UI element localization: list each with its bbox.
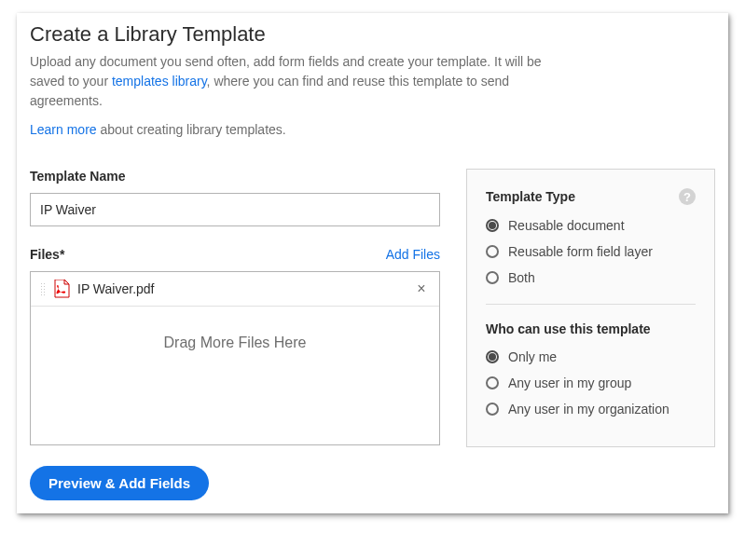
templates-library-link[interactable]: templates library (112, 74, 207, 89)
radio-icon (486, 245, 499, 258)
help-icon[interactable]: ? (679, 188, 696, 205)
radio-only-me[interactable]: Only me (486, 349, 696, 364)
radio-reusable-form-layer[interactable]: Reusable form field layer (486, 244, 696, 259)
right-column: Template Type ? Reusable document Reusab… (466, 169, 715, 447)
files-box: IP Waiver.pdf × Drag More Files Here (30, 271, 440, 445)
template-name-input[interactable] (30, 193, 440, 226)
radio-icon (486, 219, 499, 232)
learn-more-post: about creating library templates. (97, 122, 286, 137)
left-column: Template Name Files* Add Files IP W (30, 169, 440, 500)
radio-any-user-group[interactable]: Any user in my group (486, 376, 696, 390)
drag-more-zone[interactable]: Drag More Files Here (31, 307, 439, 444)
radio-both[interactable]: Both (486, 270, 696, 285)
radio-label: Any user in my group (508, 376, 631, 390)
template-type-heading: Template Type ? (486, 188, 696, 205)
radio-icon (486, 376, 499, 389)
template-name-label: Template Name (30, 169, 440, 184)
radio-label: Only me (508, 349, 557, 364)
page-description: Upload any document you send often, add … (30, 52, 552, 111)
radio-reusable-document[interactable]: Reusable document (486, 218, 696, 233)
learn-more-line: Learn more about creating library templa… (30, 122, 715, 137)
radio-icon (486, 350, 499, 363)
radio-icon (486, 403, 499, 416)
options-panel: Template Type ? Reusable document Reusab… (466, 169, 715, 447)
preview-add-fields-button[interactable]: Preview & Add Fields (30, 466, 209, 500)
radio-label: Both (508, 270, 535, 285)
file-name: IP Waiver.pdf (77, 281, 406, 296)
radio-label: Any user in my organization (508, 402, 669, 417)
radio-label: Reusable form field layer (508, 244, 653, 259)
page-container: Create a Library Template Upload any doc… (17, 13, 728, 513)
file-row[interactable]: IP Waiver.pdf × (31, 272, 439, 307)
files-label: Files* (30, 247, 64, 262)
radio-any-user-org[interactable]: Any user in my organization (486, 402, 696, 417)
page-title: Create a Library Template (30, 13, 715, 47)
learn-more-link[interactable]: Learn more (30, 122, 97, 137)
who-heading-text: Who can use this template (486, 321, 651, 336)
template-type-heading-text: Template Type (486, 189, 575, 204)
radio-icon (486, 271, 499, 284)
drag-handle-icon[interactable] (40, 282, 46, 295)
add-files-link[interactable]: Add Files (386, 247, 440, 262)
columns: Template Name Files* Add Files IP W (30, 169, 715, 500)
who-heading: Who can use this template (486, 321, 696, 336)
files-header: Files* Add Files (30, 247, 440, 262)
radio-label: Reusable document (508, 218, 625, 233)
panel-divider (486, 304, 696, 305)
pdf-icon (53, 280, 70, 298)
remove-file-icon[interactable]: × (413, 280, 430, 297)
